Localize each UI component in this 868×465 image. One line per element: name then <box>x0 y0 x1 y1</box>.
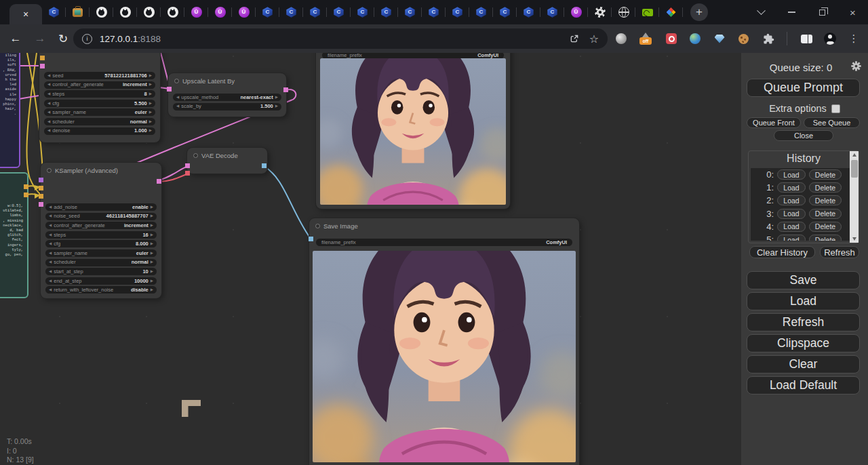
slot-latent-output[interactable] <box>283 87 288 92</box>
slot-negative-input[interactable] <box>39 194 43 199</box>
decrement-arrow-icon[interactable] <box>49 279 52 283</box>
history-load-button[interactable]: Load <box>777 235 806 241</box>
decrement-arrow-icon[interactable] <box>47 83 50 87</box>
increment-arrow-icon[interactable] <box>275 104 278 108</box>
scrollbar-thumb[interactable] <box>851 160 858 178</box>
pinned-tab[interactable] <box>137 0 161 24</box>
node-save-image[interactable]: Save Image filename_prefix ComfyUI <box>309 218 579 465</box>
widget-row[interactable]: sampler_name euler <box>44 108 155 116</box>
decrement-arrow-icon[interactable] <box>49 270 52 274</box>
pinned-tab[interactable]: Û <box>184 0 208 24</box>
widget-row[interactable]: scale_by 1.500 <box>173 103 281 110</box>
pinned-tab[interactable] <box>659 0 683 24</box>
node-ksampler-top[interactable]: seed 578122121881706 control_after_gener… <box>39 53 160 142</box>
menu-action-button[interactable]: Load Default <box>747 376 860 395</box>
node-save-image-top[interactable]: filename_prefix ComfyUI <box>316 53 510 209</box>
slot-latent-input[interactable] <box>39 202 43 207</box>
slot-conditioning-output[interactable] <box>24 193 28 197</box>
active-tab[interactable]: × <box>9 4 42 24</box>
collapse-dot-icon[interactable] <box>315 224 320 228</box>
widget-row[interactable]: start_at_step 10 <box>45 268 157 275</box>
widget-row[interactable]: control_after_generate increment <box>44 81 155 89</box>
increment-arrow-icon[interactable] <box>149 120 152 124</box>
pinned-tab[interactable]: C <box>493 0 517 24</box>
negative-prompt-text[interactable]: w:0.5],utilated,limbs,, missing, necklac… <box>0 174 27 257</box>
settings-gear-icon[interactable] <box>851 61 861 74</box>
decrement-arrow-icon[interactable] <box>49 260 52 264</box>
pinned-tab[interactable]: Û <box>208 0 232 24</box>
slot-latent-output[interactable] <box>157 179 161 184</box>
restore-button[interactable] <box>807 0 837 24</box>
increment-arrow-icon[interactable] <box>149 110 152 115</box>
decrement-arrow-icon[interactable] <box>47 120 50 124</box>
pinned-tab[interactable]: C <box>303 0 327 24</box>
slot-samples-input[interactable] <box>167 87 172 92</box>
share-icon[interactable] <box>569 33 580 44</box>
pinned-tab[interactable]: C <box>422 0 446 24</box>
increment-arrow-icon[interactable] <box>149 74 152 78</box>
widget-row[interactable]: steps 8 <box>44 90 155 98</box>
decrement-arrow-icon[interactable] <box>49 224 52 228</box>
widget-row[interactable]: sampler_name euler <box>45 249 157 257</box>
collapse-dot-icon[interactable] <box>193 153 198 158</box>
profile-avatar[interactable] <box>823 24 837 53</box>
history-load-button[interactable]: Load <box>777 182 806 193</box>
pinned-tab[interactable]: C <box>327 0 351 24</box>
pinned-tab[interactable]: C <box>351 0 374 24</box>
minimize-button[interactable] <box>776 0 807 24</box>
decrement-arrow-icon[interactable] <box>49 233 52 237</box>
widget-row[interactable]: return_with_leftover_noise disable <box>45 286 157 294</box>
node-graph-canvas[interactable]: ilingils,soft, RAW,urvedh theledasideile… <box>0 53 741 465</box>
side-panel-icon[interactable] <box>799 24 814 53</box>
slot-input[interactable] <box>40 56 45 60</box>
pinned-tab[interactable] <box>161 0 184 24</box>
extension-earth-icon[interactable] <box>688 24 703 53</box>
node-title-bar[interactable]: VAE Decode <box>187 148 267 161</box>
increment-arrow-icon[interactable] <box>151 279 153 283</box>
increment-arrow-icon[interactable] <box>149 102 152 106</box>
history-load-button[interactable]: Load <box>777 209 806 219</box>
decrement-arrow-icon[interactable] <box>49 242 52 246</box>
extra-options-checkbox[interactable] <box>831 104 840 113</box>
back-button[interactable]: ← <box>5 24 26 53</box>
node-title-bar[interactable]: KSampler (Advanced) <box>41 163 161 176</box>
decrement-arrow-icon[interactable] <box>47 102 50 106</box>
pinned-tab[interactable] <box>113 0 137 24</box>
decrement-arrow-icon[interactable] <box>176 96 179 100</box>
scroll-up-icon[interactable] <box>850 151 859 159</box>
slot-image-output[interactable] <box>262 163 267 168</box>
slot-latent-input[interactable] <box>40 64 45 68</box>
pinned-tab[interactable]: C <box>398 0 422 24</box>
collapse-dot-icon[interactable] <box>47 168 52 173</box>
history-scrollbar[interactable] <box>850 151 859 243</box>
close-button[interactable]: Close <box>774 130 833 141</box>
extension-globe-sphere-icon[interactable] <box>614 24 629 53</box>
positive-prompt-text[interactable]: ilingils,soft, RAW,urvedh theledasideile… <box>0 53 19 117</box>
widget-row[interactable]: upscale_method nearest-exact <box>173 94 281 101</box>
slot-vae-input[interactable] <box>185 171 190 176</box>
menu-action-button[interactable]: Load <box>747 292 860 310</box>
tab-close-icon[interactable]: × <box>23 9 28 19</box>
reload-button[interactable]: ↻ <box>53 24 73 53</box>
forward-button[interactable]: → <box>30 24 50 53</box>
pinned-tab[interactable] <box>66 0 90 24</box>
node-ksampler-advanced[interactable]: KSampler (Advanced) add_noise enable <box>41 163 161 298</box>
widget-row[interactable]: filename_prefix ComfyUI <box>316 239 572 246</box>
reroute-node[interactable] <box>182 400 201 417</box>
increment-arrow-icon[interactable] <box>151 251 153 256</box>
slot-model-input[interactable] <box>39 178 43 182</box>
decrement-arrow-icon[interactable] <box>176 104 179 108</box>
history-load-button[interactable]: Load <box>777 195 806 205</box>
pinned-tab[interactable]: Û <box>564 0 588 24</box>
widget-row[interactable]: cfg 8.000 <box>45 240 157 247</box>
widget-row[interactable]: add_noise enable <box>45 203 157 211</box>
close-window-button[interactable]: × <box>837 0 868 24</box>
increment-arrow-icon[interactable] <box>149 129 152 133</box>
increment-arrow-icon[interactable] <box>151 242 153 246</box>
widget-row[interactable]: control_after_generate increment <box>45 222 157 229</box>
increment-arrow-icon[interactable] <box>151 224 153 228</box>
node-positive-prompt[interactable]: ilingils,soft, RAW,urvedh theledasideile… <box>0 53 20 168</box>
history-delete-button[interactable]: Delete <box>809 209 842 219</box>
history-delete-button[interactable]: Delete <box>809 169 842 180</box>
decrement-arrow-icon[interactable] <box>47 129 50 133</box>
